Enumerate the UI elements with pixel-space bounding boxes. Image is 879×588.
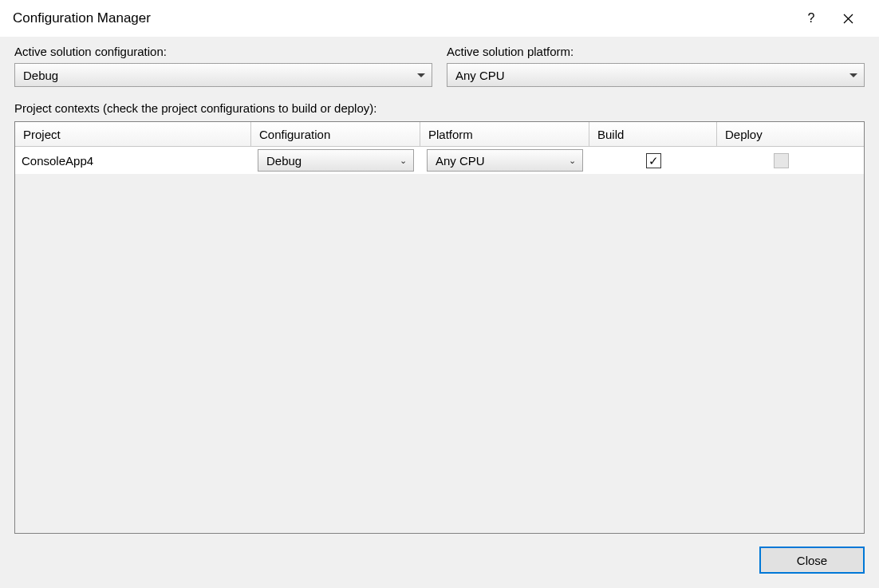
column-header-platform[interactable]: Platform (420, 122, 589, 146)
row-configuration-value: Debug (266, 154, 302, 168)
row-platform-dropdown[interactable]: Any CPU ⌄ (427, 149, 583, 172)
solution-config-value: Debug (23, 69, 58, 82)
solution-platform-value: Any CPU (455, 69, 505, 82)
column-header-configuration[interactable]: Configuration (251, 122, 420, 146)
close-button[interactable]: Close (759, 547, 865, 574)
chevron-down-icon: ⌄ (400, 156, 407, 166)
solution-config-dropdown[interactable]: Debug (14, 63, 432, 87)
column-header-project[interactable]: Project (15, 122, 251, 146)
column-header-build[interactable]: Build (589, 122, 717, 146)
close-window-button[interactable] (830, 0, 866, 37)
checkmark-icon: ✓ (648, 155, 659, 167)
deploy-checkbox (774, 153, 789, 168)
close-icon (843, 14, 853, 24)
build-checkbox[interactable]: ✓ (646, 153, 661, 168)
chevron-down-icon: ⌄ (569, 156, 576, 166)
chevron-down-icon (849, 73, 857, 77)
chevron-down-icon (417, 73, 425, 77)
window-title: Configuration Manager (13, 10, 793, 26)
row-platform-value: Any CPU (436, 154, 485, 168)
project-contexts-grid: Project Configuration Platform Build Dep… (14, 121, 865, 534)
column-header-deploy[interactable]: Deploy (717, 122, 845, 146)
solution-config-label: Active solution configuration: (14, 45, 432, 58)
table-row: ConsoleApp4 Debug ⌄ Any CPU ⌄ ✓ (15, 147, 864, 174)
row-configuration-dropdown[interactable]: Debug ⌄ (258, 149, 414, 172)
help-button[interactable]: ? (793, 0, 830, 37)
project-name-cell: ConsoleApp4 (15, 147, 251, 174)
solution-platform-label: Active solution platform: (447, 45, 865, 58)
project-contexts-label: Project contexts (check the project conf… (14, 101, 865, 115)
help-icon: ? (808, 11, 815, 26)
solution-platform-dropdown[interactable]: Any CPU (447, 63, 865, 87)
table-header: Project Configuration Platform Build Dep… (15, 122, 864, 147)
